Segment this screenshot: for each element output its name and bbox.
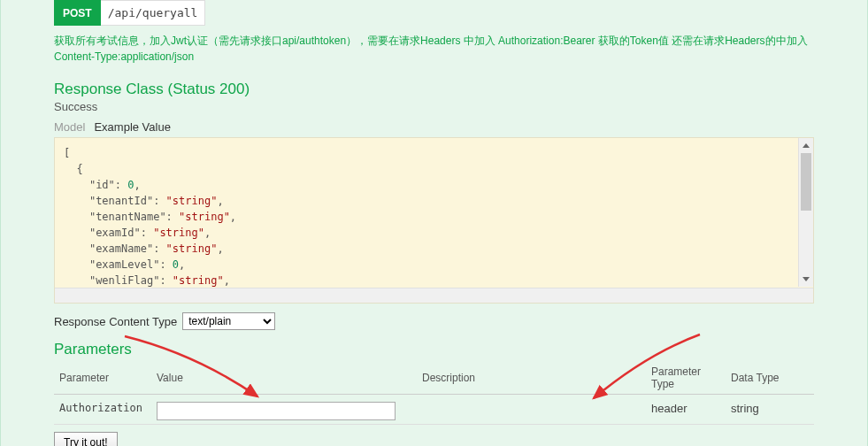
tab-example-value[interactable]: Example Value bbox=[94, 120, 170, 134]
try-it-out-button[interactable]: Try it out! bbox=[54, 432, 118, 446]
response-content-type-row: Response Content Type text/plain bbox=[54, 312, 814, 330]
http-method-badge: POST bbox=[54, 0, 101, 26]
param-data-type: string bbox=[726, 395, 814, 425]
endpoint-description: 获取所有考试信息，加入Jwt认证（需先请求接口api/authtoken），需要… bbox=[1, 26, 867, 68]
response-content-type-label: Response Content Type bbox=[54, 315, 177, 328]
parameters-heading: Parameters bbox=[54, 341, 814, 358]
col-parameter: Parameter bbox=[54, 362, 151, 395]
param-value-input[interactable] bbox=[157, 402, 396, 420]
param-name: Authorization bbox=[54, 395, 151, 425]
response-class-heading: Response Class (Status 200) bbox=[54, 81, 814, 98]
example-value-box[interactable]: [ { "id": 0, "tenantId": "string", "tena… bbox=[54, 137, 814, 304]
table-row: Authorization header string bbox=[54, 395, 814, 425]
vertical-scrollbar[interactable] bbox=[798, 138, 813, 287]
col-parameter-type: Parameter Type bbox=[646, 362, 726, 395]
response-status-text: Success bbox=[54, 100, 814, 113]
response-content-type-select[interactable]: text/plain bbox=[182, 312, 275, 330]
col-data-type: Data Type bbox=[726, 362, 814, 395]
col-value: Value bbox=[151, 362, 417, 395]
parameters-table: Parameter Value Description Parameter Ty… bbox=[54, 362, 814, 425]
api-operation-panel: POST /api/queryall 获取所有考试信息，加入Jwt认证（需先请求… bbox=[0, 0, 868, 446]
endpoint-header[interactable]: POST /api/queryall bbox=[1, 0, 867, 26]
tab-model[interactable]: Model bbox=[54, 120, 85, 134]
param-type: header bbox=[646, 395, 726, 425]
param-description bbox=[417, 395, 646, 425]
scroll-down-button[interactable] bbox=[799, 272, 813, 287]
horizontal-scrollbar[interactable] bbox=[55, 288, 813, 303]
example-json: [ { "id": 0, "tenantId": "string", "tena… bbox=[55, 138, 813, 296]
endpoint-path: /api/queryall bbox=[101, 0, 206, 26]
response-tabs: Model Example Value bbox=[54, 120, 814, 134]
scroll-thumb[interactable] bbox=[801, 153, 811, 211]
col-description: Description bbox=[417, 362, 646, 395]
scroll-up-button[interactable] bbox=[799, 138, 813, 153]
